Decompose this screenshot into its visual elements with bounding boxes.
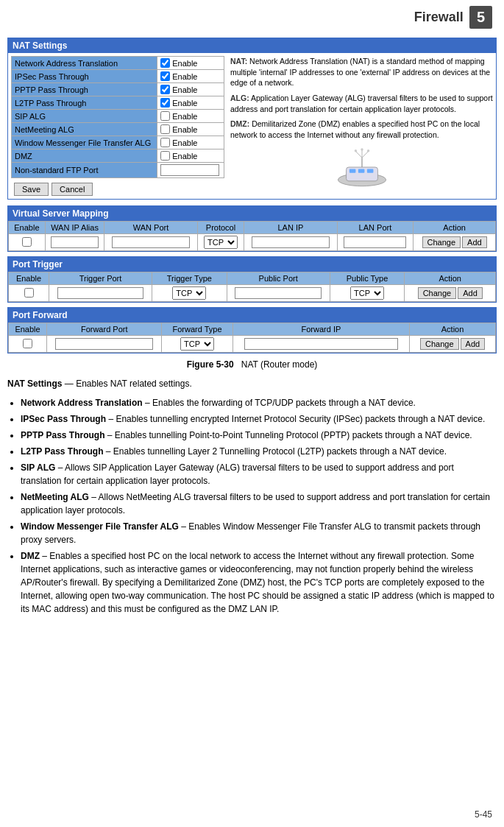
pf-forwardip-input[interactable] bbox=[244, 338, 397, 350]
nat-buttons: Save Cancel bbox=[11, 183, 224, 196]
vs-wanip-cell bbox=[45, 234, 104, 251]
nat-info-nat-title: NAT: bbox=[230, 57, 247, 66]
nat-info-alg: ALG: Application Layer Gateway (ALG) tra… bbox=[230, 93, 493, 114]
vs-wanport-input[interactable] bbox=[112, 236, 190, 248]
vs-col-protocol: Protocol bbox=[197, 222, 244, 234]
pt-enable-cell bbox=[9, 285, 49, 302]
virtual-server-section: Virtual Server Mapping Enable WAN IP Ali… bbox=[7, 205, 497, 252]
nat-checkbox-5[interactable] bbox=[160, 124, 170, 134]
pt-change-button[interactable]: Change bbox=[418, 287, 457, 299]
router-illustration bbox=[329, 145, 395, 189]
svg-rect-4 bbox=[366, 169, 373, 172]
port-forward-header: Port Forward bbox=[8, 308, 496, 323]
vs-col-wanport: WAN Port bbox=[104, 222, 198, 234]
port-trigger-header: Port Trigger bbox=[8, 257, 496, 272]
table-row: SIP ALG Enable bbox=[12, 110, 224, 123]
nat-row-value-5: Enable bbox=[157, 123, 224, 136]
pt-publicport-input[interactable] bbox=[235, 287, 322, 299]
page-number: 5 bbox=[469, 6, 492, 29]
pf-enable-checkbox[interactable] bbox=[23, 339, 32, 348]
pt-triggertype-cell: TCP UDP bbox=[152, 285, 227, 302]
list-item: Window Messenger File Transfer ALG – Ena… bbox=[21, 520, 497, 546]
def-2: – Enables tunnelling Point-to-Point Tunn… bbox=[107, 430, 472, 440]
list-item: IPSec Pass Through – Enables tunnelling … bbox=[21, 412, 497, 426]
list-item: DMZ – Enables a specified host PC on the… bbox=[21, 549, 497, 616]
cancel-button[interactable]: Cancel bbox=[52, 183, 93, 196]
term-3: L2TP Pass Through bbox=[21, 446, 103, 457]
vs-lanport-cell bbox=[337, 234, 414, 251]
nat-info-alg-title: ALG: bbox=[230, 94, 249, 102]
vs-enable-checkbox[interactable] bbox=[22, 237, 32, 247]
list-item: PPTP Pass Through – Enables tunnelling P… bbox=[21, 429, 497, 442]
vs-lanip-cell bbox=[244, 234, 338, 251]
nat-row-value-0: Enable bbox=[157, 57, 224, 70]
pt-triggertype-select[interactable]: TCP UDP bbox=[172, 286, 206, 300]
nat-settings-term: NAT Settings bbox=[7, 379, 62, 389]
save-button[interactable]: Save bbox=[14, 183, 49, 196]
svg-rect-2 bbox=[349, 169, 355, 172]
pf-forwardtype-select[interactable]: TCP UDP bbox=[180, 337, 214, 351]
figure-caption: Figure 5-30 NAT (Router mode) bbox=[0, 359, 504, 370]
nat-row-value-2: Enable bbox=[157, 83, 224, 96]
nat-checkbox-6[interactable] bbox=[160, 138, 170, 147]
pt-col-enable: Enable bbox=[9, 272, 49, 285]
pt-add-button[interactable]: Add bbox=[458, 287, 483, 299]
vs-change-button[interactable]: Change bbox=[422, 236, 461, 248]
nat-row-value-6: Enable bbox=[157, 136, 224, 149]
nat-checkbox-1[interactable] bbox=[160, 71, 170, 81]
nat-enable-label-0: Enable bbox=[172, 59, 197, 68]
pf-add-button[interactable]: Add bbox=[461, 338, 486, 350]
vs-lanip-input[interactable] bbox=[252, 236, 330, 248]
pf-row: TCP UDP Change Add bbox=[9, 336, 496, 353]
pt-col-action: Action bbox=[405, 272, 496, 285]
def-1: – Enables tunnelling encrypted Internet … bbox=[108, 414, 485, 424]
pf-col-action: Action bbox=[410, 323, 496, 336]
nat-row-label-8: Non-standard FTP Port bbox=[12, 163, 157, 178]
pt-enable-checkbox[interactable] bbox=[24, 288, 34, 298]
nat-checkbox-0[interactable] bbox=[160, 58, 170, 68]
ftp-port-input[interactable] bbox=[160, 164, 219, 176]
pf-change-button[interactable]: Change bbox=[420, 338, 459, 350]
table-row: PPTP Pass Through Enable bbox=[12, 83, 224, 96]
pt-triggerport-cell bbox=[49, 285, 152, 302]
vs-col-lanport: LAN Port bbox=[337, 222, 414, 234]
nat-info-dmz: DMZ: Demilitarized Zone (DMZ) enables a … bbox=[230, 119, 493, 140]
vs-col-enable: Enable bbox=[9, 222, 46, 234]
term-2: PPTP Pass Through bbox=[21, 430, 104, 440]
nat-row-label-1: IPSec Pass Through bbox=[12, 70, 157, 83]
def-5: – Allows NetMeeting ALG traversal filter… bbox=[21, 492, 490, 515]
term-4: SIP ALG bbox=[21, 462, 55, 473]
vs-action-cell: Change Add bbox=[414, 234, 496, 251]
nat-checkbox-2[interactable] bbox=[160, 85, 170, 94]
svg-rect-3 bbox=[358, 169, 364, 172]
body-intro: NAT Settings — Enables NAT related setti… bbox=[7, 377, 497, 390]
svg-point-9 bbox=[354, 149, 356, 152]
vs-add-button[interactable]: Add bbox=[462, 236, 487, 248]
nat-settings-def: — Enables NAT related settings. bbox=[65, 379, 192, 389]
def-7: – Enables a specified host PC on the loc… bbox=[21, 551, 494, 614]
page-header: Firewall 5 bbox=[0, 0, 504, 32]
port-forward-section: Port Forward Enable Forward Port Forward… bbox=[7, 307, 497, 353]
vs-row: TCP UDP Both Change Add bbox=[9, 234, 496, 251]
nat-info-section: NAT: Network Address Translation (NAT) i… bbox=[230, 56, 493, 196]
nat-info-nat-text: Network Address Translation (NAT) is a s… bbox=[230, 57, 490, 87]
vs-lanport-input[interactable] bbox=[344, 236, 406, 248]
nat-checkbox-4[interactable] bbox=[160, 111, 170, 121]
nat-info-alg-text: Application Layer Gateway (ALG) traversa… bbox=[230, 94, 493, 113]
pt-publictype-select[interactable]: TCP UDP bbox=[350, 286, 384, 300]
pf-action-cell: Change Add bbox=[410, 336, 496, 353]
port-forward-table: Enable Forward Port Forward Type Forward… bbox=[8, 323, 496, 353]
term-0: Network Address Translation bbox=[21, 398, 143, 408]
nat-checkbox-7[interactable] bbox=[160, 151, 170, 161]
nat-checkbox-3[interactable] bbox=[160, 98, 170, 108]
pt-triggerport-input[interactable] bbox=[57, 287, 144, 299]
nat-row-label-4: SIP ALG bbox=[12, 110, 157, 123]
body-list: Network Address Translation – Enables th… bbox=[7, 396, 497, 616]
vs-wanip-input[interactable] bbox=[51, 236, 98, 248]
vs-protocol-select[interactable]: TCP UDP Both bbox=[204, 236, 238, 249]
pf-col-forwardport: Forward Port bbox=[47, 323, 162, 336]
pf-col-enable: Enable bbox=[9, 323, 47, 336]
pf-forwardip-cell bbox=[233, 336, 410, 353]
pf-forwardport-input[interactable] bbox=[55, 338, 153, 350]
port-trigger-table: Enable Trigger Port Trigger Type Public … bbox=[8, 272, 496, 302]
